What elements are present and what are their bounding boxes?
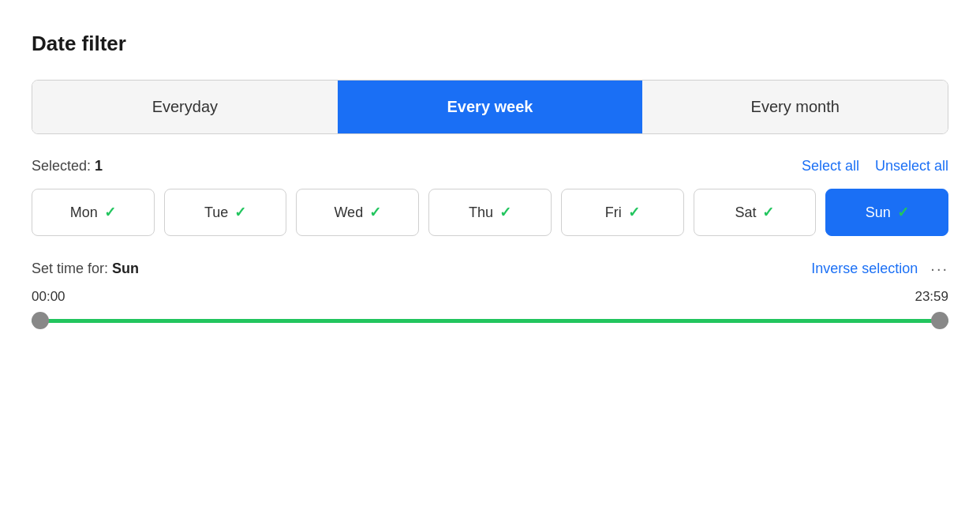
checkmark-sun: ✓ (897, 204, 909, 221)
slider-thumb-left[interactable] (32, 312, 49, 329)
checkmark-thu: ✓ (499, 204, 511, 221)
time-slider[interactable] (32, 313, 948, 328)
time-range-labels: 00:00 23:59 (32, 289, 948, 305)
day-button-sun[interactable]: Sun ✓ (825, 189, 948, 236)
day-button-thu[interactable]: Thu ✓ (428, 189, 552, 236)
checkmark-sat: ✓ (762, 204, 774, 221)
checkmark-mon: ✓ (104, 204, 116, 221)
set-time-text: Set time for: (32, 261, 108, 276)
time-start-label: 00:00 (32, 289, 65, 305)
day-label-wed: Wed (334, 204, 363, 221)
day-button-sat[interactable]: Sat ✓ (694, 189, 817, 236)
checkmark-fri: ✓ (628, 204, 640, 221)
day-label-sat: Sat (735, 204, 756, 221)
set-time-bar: Set time for: Sun Inverse selection ··· (32, 260, 948, 278)
page-title: Date filter (32, 32, 948, 56)
time-end-label: 23:59 (915, 289, 948, 305)
slider-thumb-right[interactable] (931, 312, 948, 329)
day-label-tue: Tue (204, 204, 228, 221)
day-button-wed[interactable]: Wed ✓ (296, 189, 419, 236)
selection-bar: Selected: 1 Select all Unselect all (32, 158, 948, 174)
selected-label: Selected: 1 (32, 158, 103, 174)
selected-text: Selected: (32, 158, 91, 174)
checkmark-wed: ✓ (369, 204, 381, 221)
select-all-link[interactable]: Select all (802, 158, 859, 174)
day-button-fri[interactable]: Fri ✓ (561, 189, 684, 236)
tab-every-week[interactable]: Every week (338, 81, 643, 133)
checkmark-tue: ✓ (234, 204, 246, 221)
day-button-tue[interactable]: Tue ✓ (164, 189, 287, 236)
inverse-selection-link[interactable]: Inverse selection (811, 261, 918, 277)
day-label-fri: Fri (605, 204, 622, 221)
more-options-icon[interactable]: ··· (930, 260, 948, 278)
day-label-thu: Thu (469, 204, 493, 221)
tab-group: Everyday Every week Every month (32, 80, 948, 134)
selection-actions: Select all Unselect all (802, 158, 948, 174)
tab-every-month[interactable]: Every month (642, 81, 948, 133)
unselect-all-link[interactable]: Unselect all (875, 158, 948, 174)
day-label-mon: Mon (70, 204, 98, 221)
time-actions: Inverse selection ··· (811, 260, 948, 278)
selected-count: 1 (95, 158, 103, 174)
set-time-label: Set time for: Sun (32, 261, 139, 277)
day-button-mon[interactable]: Mon ✓ (32, 189, 155, 236)
set-time-day: Sun (112, 261, 139, 276)
tab-everyday[interactable]: Everyday (32, 81, 338, 133)
slider-track (32, 319, 948, 323)
day-label-sun: Sun (866, 204, 891, 221)
days-row: Mon ✓ Tue ✓ Wed ✓ Thu ✓ Fri ✓ Sat ✓ Sun … (32, 189, 948, 236)
